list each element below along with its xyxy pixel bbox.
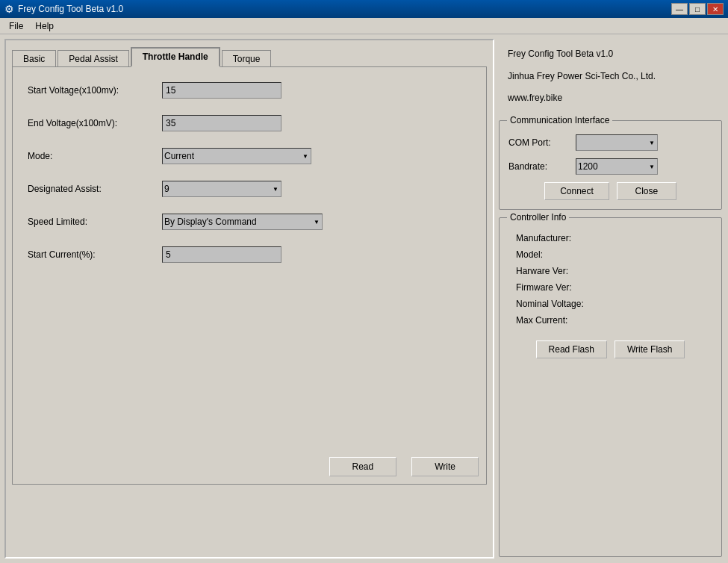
write-button[interactable]: Write: [411, 457, 479, 476]
designated-assist-select[interactable]: 9 123 456 7810: [162, 181, 281, 197]
start-current-label: Start Current(%):: [28, 249, 162, 260]
tab-torque[interactable]: Torque: [222, 50, 272, 67]
start-current-input[interactable]: [162, 246, 281, 263]
speed-limited-select-wrapper: By Display's Command Fixed: [162, 214, 323, 230]
minimize-button[interactable]: —: [671, 3, 688, 15]
end-voltage-input[interactable]: [162, 115, 281, 131]
maximize-button[interactable]: □: [689, 3, 706, 15]
left-panel: Basic Pedal Assist Throttle Handle Torqu…: [4, 39, 494, 559]
end-voltage-label: End Voltage(x100mV):: [28, 118, 162, 128]
nominal-voltage-label: Nominal Voltage:: [516, 299, 598, 309]
bandrate-label: Bandrate:: [508, 161, 576, 172]
designated-assist-select-wrapper: 9 123 456 7810: [162, 181, 281, 197]
menu-help[interactable]: Help: [29, 19, 60, 33]
mode-select[interactable]: Current Speed Other: [162, 148, 311, 164]
right-panel: Frey Config Tool Beta v1.0 Jinhua Frey P…: [497, 34, 728, 563]
mode-label: Mode:: [28, 151, 162, 161]
menu-file[interactable]: File: [3, 19, 29, 33]
app-icon: ⚙: [4, 3, 14, 15]
tab-basic[interactable]: Basic: [12, 50, 56, 67]
nominal-voltage-row: Nominal Voltage:: [516, 299, 712, 309]
com-port-select-wrapper: [576, 134, 658, 151]
start-voltage-label: Start Voltage(x100mv):: [28, 85, 162, 96]
mode-row: Mode: Current Speed Other: [28, 148, 471, 164]
hardware-ver-row: Harware Ver:: [516, 266, 712, 276]
model-row: Model:: [516, 249, 712, 260]
model-label: Model:: [516, 249, 598, 260]
bottom-buttons: Read Write: [329, 457, 479, 476]
title-text: Frey Config Tool Beta v1.0: [18, 4, 123, 14]
comm-close-button[interactable]: Close: [617, 182, 676, 200]
com-port-select[interactable]: [576, 134, 658, 151]
com-port-label: COM Port:: [508, 137, 576, 148]
bandrate-select-wrapper: 1200 2400 4800 9600: [576, 158, 658, 175]
start-voltage-input[interactable]: [162, 82, 281, 99]
tab-bar: Basic Pedal Assist Throttle Handle Torqu…: [12, 46, 487, 66]
flash-buttons: Read Flash Write Flash: [508, 340, 712, 358]
comm-group-title: Communication Interface: [507, 115, 612, 125]
tab-throttle-handle[interactable]: Throttle Handle: [131, 47, 220, 67]
hardware-ver-label: Harware Ver:: [516, 266, 598, 276]
firmware-ver-label: Firmware Ver:: [516, 282, 598, 293]
title-bar: ⚙ Frey Config Tool Beta v1.0 — □ ✕: [0, 0, 728, 18]
designated-assist-label: Designated Assist:: [28, 184, 162, 194]
read-flash-button[interactable]: Read Flash: [536, 340, 607, 358]
company-name: Jinhua Frey Power Sci-Tech Co., Ltd.: [508, 69, 713, 85]
speed-limited-row: Speed Limited: By Display's Command Fixe…: [28, 214, 471, 230]
speed-limited-select[interactable]: By Display's Command Fixed: [162, 214, 323, 230]
start-voltage-row: Start Voltage(x100mv):: [28, 82, 471, 99]
mode-select-wrapper: Current Speed Other: [162, 148, 311, 164]
comm-group: Communication Interface COM Port: Bandra…: [499, 120, 722, 210]
start-current-row: Start Current(%):: [28, 246, 471, 263]
controller-info-rows: Manufacturer: Model: Harware Ver: Firmwa…: [508, 225, 712, 326]
max-current-label: Max Current:: [516, 315, 598, 326]
com-port-row: COM Port:: [508, 134, 712, 151]
close-button[interactable]: ✕: [707, 3, 724, 15]
website: www.frey.bike: [508, 90, 713, 107]
main-container: Basic Pedal Assist Throttle Handle Torqu…: [0, 34, 728, 563]
write-flash-button[interactable]: Write Flash: [615, 340, 685, 358]
comm-buttons: Connect Close: [508, 182, 712, 200]
controller-group-title: Controller Info: [507, 212, 569, 223]
controller-group: Controller Info Manufacturer: Model: Har…: [499, 217, 722, 557]
max-current-row: Max Current:: [516, 315, 712, 326]
designated-assist-row: Designated Assist: 9 123 456 7810: [28, 181, 471, 197]
tab-content: Start Voltage(x100mv): End Voltage(x100m…: [12, 66, 487, 485]
app-title: Frey Config Tool Beta v1.0: [508, 46, 713, 63]
read-button[interactable]: Read: [329, 457, 397, 476]
manufacturer-label: Manufacturer:: [516, 233, 598, 243]
bandrate-row: Bandrate: 1200 2400 4800 9600: [508, 158, 712, 175]
end-voltage-row: End Voltage(x100mV):: [28, 115, 471, 131]
app-info: Frey Config Tool Beta v1.0 Jinhua Frey P…: [499, 40, 722, 113]
tab-pedal-assist[interactable]: Pedal Assist: [57, 50, 128, 67]
firmware-ver-row: Firmware Ver:: [516, 282, 712, 293]
connect-button[interactable]: Connect: [544, 182, 609, 200]
menu-bar: File Help: [0, 18, 728, 34]
manufacturer-row: Manufacturer:: [516, 233, 712, 243]
speed-limited-label: Speed Limited:: [28, 217, 162, 227]
bandrate-select[interactable]: 1200 2400 4800 9600: [576, 158, 658, 175]
